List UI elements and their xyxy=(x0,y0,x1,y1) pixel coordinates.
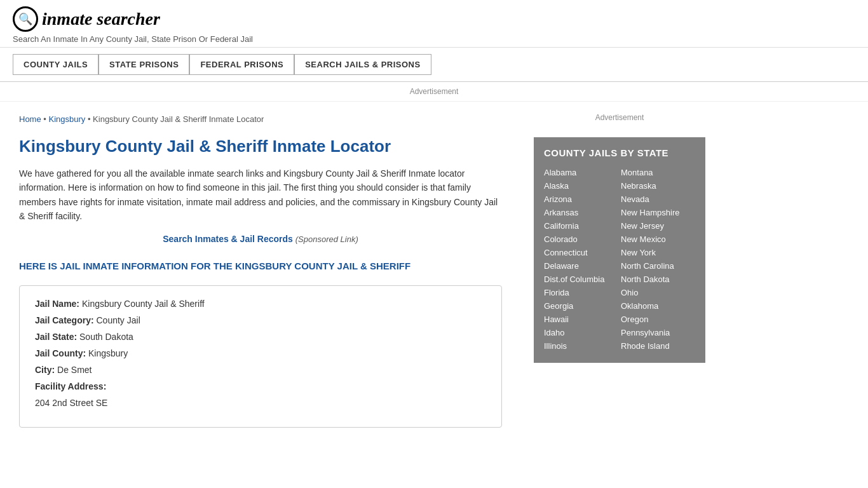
state-link-illinois[interactable]: Illinois xyxy=(544,339,618,353)
logo-area: 🔍 inmate searcher xyxy=(13,6,855,32)
breadcrumb-home[interactable]: Home xyxy=(19,114,41,124)
sidebar: Advertisement COUNTY JAILS BY STATE Alab… xyxy=(521,102,718,440)
sidebar-ad: Advertisement xyxy=(534,108,705,127)
state-link-connecticut[interactable]: Connecticut xyxy=(544,246,618,259)
state-link-ohio[interactable]: Ohio xyxy=(621,286,695,299)
state-link-pennsylvania[interactable]: Pennsylvania xyxy=(621,326,695,339)
state-link-new-mexico[interactable]: New Mexico xyxy=(621,233,695,246)
state-link-alaska[interactable]: Alaska xyxy=(544,179,618,193)
nav-county-jails[interactable]: COUNTY JAILS xyxy=(13,54,98,75)
jail-state-row: Jail State: South Dakota xyxy=(35,332,486,342)
page-title: Kingsbury County Jail & Sheriff Inmate L… xyxy=(19,137,502,156)
content-area: Home • Kingsbury • Kingsbury County Jail… xyxy=(0,102,521,440)
jail-name-row: Jail Name: Kingsbury County Jail & Sheri… xyxy=(35,299,486,309)
jail-county-row: Jail County: Kingsbury xyxy=(35,348,486,358)
logo-icon: 🔍 xyxy=(13,6,38,32)
jail-category-label: Jail Category: xyxy=(35,315,94,325)
state-link-new-hampshire[interactable]: New Hampshire xyxy=(621,206,695,219)
state-link-nebraska[interactable]: Nebraska xyxy=(621,179,695,193)
jail-city-value: De Smet xyxy=(57,365,92,375)
breadcrumb-parent[interactable]: Kingsbury xyxy=(48,114,85,124)
header: 🔍 inmate searcher Search An Inmate In An… xyxy=(0,0,868,48)
logo-text: inmate searcher xyxy=(42,9,160,29)
state-link-alabama[interactable]: Alabama xyxy=(544,166,618,179)
state-link-distof-columbia[interactable]: Dist.of Columbia xyxy=(544,273,618,286)
main-layout: Home • Kingsbury • Kingsbury County Jail… xyxy=(0,102,868,440)
jail-county-label: Jail County: xyxy=(35,348,86,358)
nav-search-jails[interactable]: SEARCH JAILS & PRISONS xyxy=(294,54,431,75)
state-link-montana[interactable]: Montana xyxy=(621,166,695,179)
state-list-box: COUNTY JAILS BY STATE AlabamaAlaskaArizo… xyxy=(534,137,705,363)
state-link-delaware[interactable]: Delaware xyxy=(544,259,618,273)
jail-state-value: South Dakota xyxy=(79,332,133,342)
state-link-idaho[interactable]: Idaho xyxy=(544,326,618,339)
breadcrumb: Home • Kingsbury • Kingsbury County Jail… xyxy=(19,114,502,124)
jail-city-row: City: De Smet xyxy=(35,365,486,375)
tagline: Search An Inmate In Any County Jail, Sta… xyxy=(13,34,855,44)
jail-address-value: 204 2nd Street SE xyxy=(35,398,107,408)
state-link-georgia[interactable]: Georgia xyxy=(544,299,618,313)
state-link-hawaii[interactable]: Hawaii xyxy=(544,313,618,326)
jail-info-box: Jail Name: Kingsbury County Jail & Sheri… xyxy=(19,285,502,428)
state-link-north-dakota[interactable]: North Dakota xyxy=(621,273,695,286)
state-link-new-jersey[interactable]: New Jersey xyxy=(621,219,695,233)
jail-name-value: Kingsbury County Jail & Sheriff xyxy=(82,299,205,309)
state-link-arizona[interactable]: Arizona xyxy=(544,193,618,206)
jail-category-row: Jail Category: County Jail xyxy=(35,315,486,325)
jail-city-label: City: xyxy=(35,365,55,375)
jail-category-value: County Jail xyxy=(96,315,140,325)
state-link-oklahoma[interactable]: Oklahoma xyxy=(621,299,695,313)
jail-address-label: Facility Address: xyxy=(35,381,106,391)
state-link-oregon[interactable]: Oregon xyxy=(621,313,695,326)
state-link-colorado[interactable]: Colorado xyxy=(544,233,618,246)
nav-state-prisons[interactable]: STATE PRISONS xyxy=(98,54,189,75)
jail-state-label: Jail State: xyxy=(35,332,77,342)
sponsored-label: (Sponsored Link) xyxy=(295,234,358,244)
page-description: We have gathered for you all the availab… xyxy=(19,166,502,224)
state-link-new-york[interactable]: New York xyxy=(621,246,695,259)
state-list-title: COUNTY JAILS BY STATE xyxy=(544,147,695,158)
search-inmates-link[interactable]: Search Inmates & Jail Records xyxy=(163,234,293,244)
jail-name-label: Jail Name: xyxy=(35,299,79,309)
ad-bar: Advertisement xyxy=(0,82,868,102)
jail-address-row: Facility Address: xyxy=(35,381,486,391)
state-col-right: MontanaNebraskaNevadaNew HampshireNew Je… xyxy=(621,166,695,353)
search-link-area: Search Inmates & Jail Records (Sponsored… xyxy=(19,234,502,244)
state-col-left: AlabamaAlaskaArizonaArkansasCaliforniaCo… xyxy=(544,166,618,353)
state-link-north-carolina[interactable]: North Carolina xyxy=(621,259,695,273)
state-link-nevada[interactable]: Nevada xyxy=(621,193,695,206)
state-link-rhode-island[interactable]: Rhode Island xyxy=(621,339,695,353)
state-grid: AlabamaAlaskaArizonaArkansasCaliforniaCo… xyxy=(544,166,695,353)
section-heading: HERE IS JAIL INMATE INFORMATION FOR THE … xyxy=(19,259,502,273)
nav-federal-prisons[interactable]: FEDERAL PRISONS xyxy=(189,54,294,75)
jail-county-value: Kingsbury xyxy=(88,348,128,358)
state-link-california[interactable]: California xyxy=(544,219,618,233)
jail-address-value-row: 204 2nd Street SE xyxy=(35,398,486,408)
state-link-arkansas[interactable]: Arkansas xyxy=(544,206,618,219)
main-nav: COUNTY JAILS STATE PRISONS FEDERAL PRISO… xyxy=(0,48,868,82)
breadcrumb-current: Kingsbury County Jail & Sheriff Inmate L… xyxy=(93,114,264,124)
state-link-florida[interactable]: Florida xyxy=(544,286,618,299)
